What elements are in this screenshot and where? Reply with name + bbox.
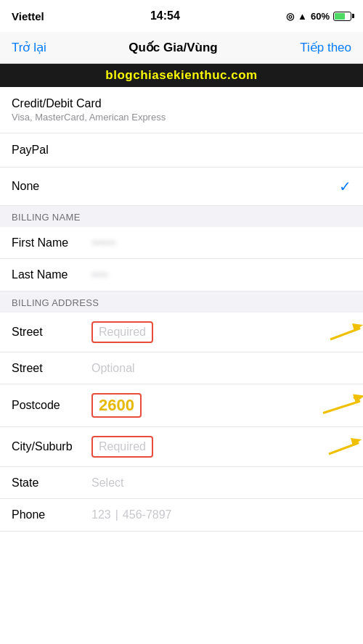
state-label: State	[12, 476, 91, 490]
carrier-label: Viettel	[12, 10, 44, 22]
street2-label: Street	[12, 362, 91, 375]
postcode-arrow	[319, 393, 363, 418]
none-option[interactable]: None ✓	[0, 168, 363, 205]
street2-row: Street Optional	[0, 352, 363, 384]
phone-row: Phone 123 | 456-7897	[0, 499, 363, 531]
watermark-banner: blogchiasekienthuc.com	[0, 64, 363, 87]
phone-area-code[interactable]: 123	[91, 508, 111, 521]
next-button[interactable]: Tiếp theo	[300, 40, 351, 55]
location-icon: ◎	[286, 11, 294, 22]
paypal-title: PayPal	[12, 144, 351, 157]
last-name-value[interactable]: ••••	[91, 268, 351, 281]
watermark-text: blogchiasekienthuc.com	[105, 68, 257, 82]
street2-input[interactable]: Optional	[91, 362, 135, 375]
payment-methods-section: Credit/Debit Card Visa, MasterCard, Amer…	[0, 87, 363, 206]
street1-label: Street	[12, 326, 91, 339]
back-button[interactable]: Trở lại	[12, 40, 46, 55]
nav-bar: Trở lại Quốc Gia/Vùng Tiếp theo	[0, 32, 363, 64]
battery-percent: 60%	[311, 11, 330, 22]
first-name-row: First Name ••••••	[0, 227, 363, 259]
first-name-value[interactable]: ••••••	[91, 236, 351, 249]
last-name-label: Last Name	[12, 268, 91, 281]
last-name-row: Last Name ••••	[0, 259, 363, 291]
status-icons: ◎ ▲ 60%	[286, 11, 351, 22]
phone-label: Phone	[12, 508, 91, 521]
state-row: State Select	[0, 467, 363, 499]
city-arrow	[325, 436, 363, 458]
phone-divider: |	[115, 508, 118, 521]
status-bar: Viettel 14:54 ◎ ▲ 60%	[0, 0, 363, 32]
paypal-option[interactable]: PayPal	[0, 133, 363, 168]
city-row: City/Suburb Required	[0, 427, 363, 467]
postcode-row: Postcode 2600	[0, 384, 363, 427]
credit-card-option[interactable]: Credit/Debit Card Visa, MasterCard, Amer…	[0, 87, 363, 133]
phone-number[interactable]: 456-7897	[123, 508, 172, 521]
billing-name-label: BILLING NAME	[12, 212, 81, 223]
postcode-label: Postcode	[12, 399, 91, 412]
first-name-label: First Name	[12, 236, 91, 249]
billing-address-label: BILLING ADDRESS	[12, 297, 99, 308]
city-input[interactable]: Required	[91, 436, 153, 458]
postcode-input[interactable]: 2600	[91, 393, 142, 418]
battery-icon	[333, 12, 351, 21]
billing-address-section: Street Required Street Optional Postcode…	[0, 313, 363, 532]
billing-name-header: BILLING NAME	[0, 206, 363, 227]
credit-card-subtitle: Visa, MasterCard, American Express	[12, 112, 351, 123]
city-label: City/Suburb	[12, 440, 91, 453]
none-title: None	[12, 180, 39, 193]
nav-title: Quốc Gia/Vùng	[129, 40, 217, 55]
billing-address-header: BILLING ADDRESS	[0, 292, 363, 313]
time-label: 14:54	[150, 9, 180, 22]
street1-row: Street Required	[0, 313, 363, 352]
billing-name-section: First Name •••••• Last Name ••••	[0, 227, 363, 292]
street1-arrow	[327, 321, 363, 343]
signal-icon: ▲	[298, 11, 307, 22]
state-select[interactable]: Select	[91, 476, 123, 490]
selected-checkmark: ✓	[339, 178, 351, 195]
street1-input[interactable]: Required	[91, 321, 153, 343]
credit-card-title: Credit/Debit Card	[12, 97, 351, 110]
